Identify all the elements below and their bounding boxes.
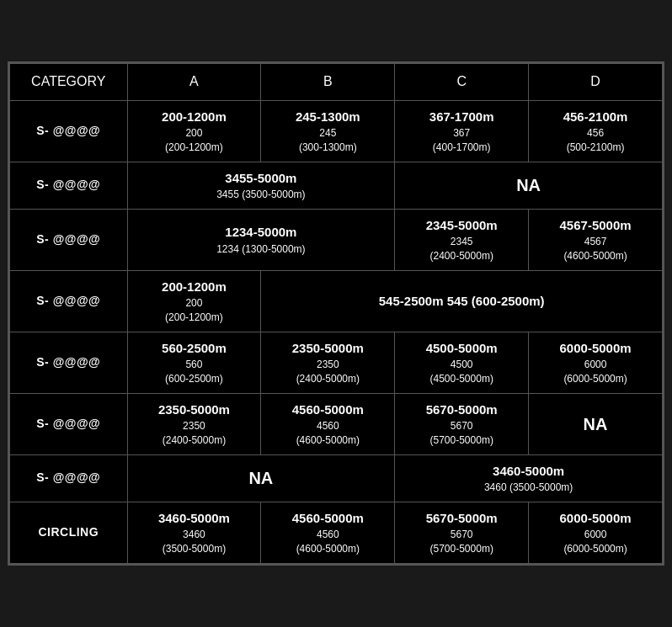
row-label-circling: CIRCLING: [10, 502, 128, 563]
cell-5-c: 4500-5000m 4500 (4500-5000m): [395, 332, 529, 393]
table-row: S- @@@@ NA 3460-5000m 3460 (3500-5000m): [10, 454, 663, 502]
cell-3-d: 4567-5000m 4567 (4600-5000m): [529, 209, 663, 270]
cell-1-a: 200-1200m 200 (200-1200m): [127, 100, 261, 162]
cell-7-cd: 3460-5000m 3460 (3500-5000m): [395, 454, 663, 502]
table-row: S- @@@@ 3455-5000m 3455 (3500-5000m) NA: [10, 162, 663, 209]
main-table-container: CATEGORY A B C D S- @@@@ 200-1200m 200 (…: [8, 61, 664, 566]
cell-6-d-na: NA: [529, 393, 663, 454]
cell-5-d: 6000-5000m 6000 (6000-5000m): [529, 332, 663, 393]
cell-4-bcd: 545-2500m 545 (600-2500m): [261, 270, 663, 332]
row-label-6: S- @@@@: [10, 393, 128, 454]
header-d: D: [529, 64, 663, 100]
cell-8-c: 5670-5000m 5670 (5700-5000m): [395, 502, 529, 563]
row-label-4: S- @@@@: [10, 270, 128, 332]
cell-1-b: 245-1300m 245 (300-1300m): [261, 100, 395, 162]
cell-8-a: 3460-5000m 3460 (3500-5000m): [127, 502, 261, 563]
row-label-7: S- @@@@: [10, 454, 128, 502]
cell-8-b: 4560-5000m 4560 (4600-5000m): [261, 502, 395, 563]
cell-4-a: 200-1200m 200 (200-1200m): [127, 270, 261, 332]
cell-6-b: 4560-5000m 4560 (4600-5000m): [261, 393, 395, 454]
table-row: S- @@@@ 200-1200m 200 (200-1200m) 545-25…: [10, 270, 663, 332]
table-header-row: CATEGORY A B C D: [10, 64, 663, 100]
table-row: S- @@@@ 200-1200m 200 (200-1200m) 245-13…: [10, 100, 663, 162]
cell-8-d: 6000-5000m 6000 (6000-5000m): [529, 502, 663, 563]
cell-1-d: 456-2100m 456 (500-2100m): [529, 100, 663, 162]
table-row: S- @@@@ 560-2500m 560 (600-2500m) 2350-5…: [10, 332, 663, 393]
cell-7-ab-na: NA: [127, 454, 395, 502]
table-row: S- @@@@ 2350-5000m 2350 (2400-5000m) 456…: [10, 393, 663, 454]
header-a: A: [127, 64, 261, 100]
table-row: S- @@@@ 1234-5000m 1234 (1300-5000m) 234…: [10, 209, 663, 270]
row-label-5: S- @@@@: [10, 332, 128, 393]
cell-6-c: 5670-5000m 5670 (5700-5000m): [395, 393, 529, 454]
cell-6-a: 2350-5000m 2350 (2400-5000m): [127, 393, 261, 454]
row-label-1: S- @@@@: [10, 100, 128, 162]
header-b: B: [261, 64, 395, 100]
row-label-2: S- @@@@: [10, 162, 128, 209]
cell-5-b: 2350-5000m 2350 (2400-5000m): [261, 332, 395, 393]
cell-1-c: 367-1700m 367 (400-1700m): [395, 100, 529, 162]
cell-2-ab: 3455-5000m 3455 (3500-5000m): [127, 162, 395, 209]
cell-3-c: 2345-5000m 2345 (2400-5000m): [395, 209, 529, 270]
header-category: CATEGORY: [10, 64, 128, 100]
cell-5-a: 560-2500m 560 (600-2500m): [127, 332, 261, 393]
cell-2-cd: NA: [395, 162, 663, 209]
cell-3-ab: 1234-5000m 1234 (1300-5000m): [127, 209, 395, 270]
header-c: C: [395, 64, 529, 100]
table-row: CIRCLING 3460-5000m 3460 (3500-5000m) 45…: [10, 502, 663, 563]
row-label-3: S- @@@@: [10, 209, 128, 270]
